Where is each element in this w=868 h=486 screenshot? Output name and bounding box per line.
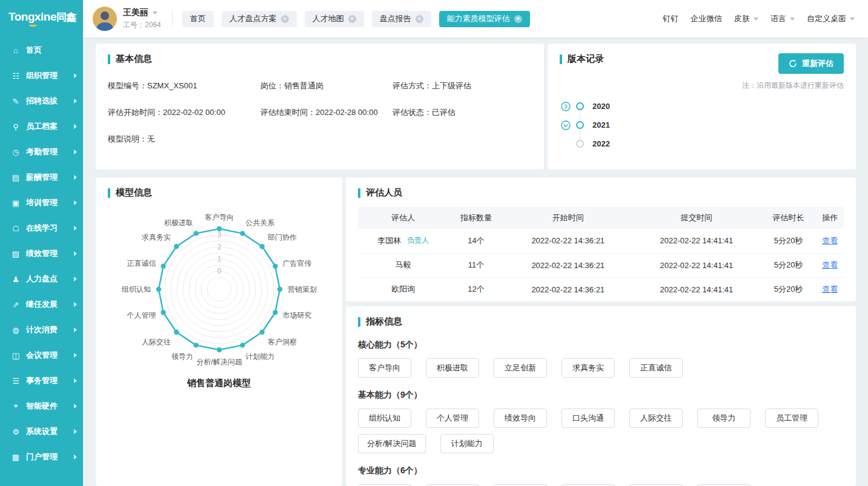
sidebar-item-继任发展[interactable]: ⇗继任发展 — [0, 292, 83, 317]
tab-label: 能力素质模型评估 — [447, 13, 510, 24]
chevron-right-icon — [74, 124, 77, 129]
collapse-icon[interactable] — [561, 120, 571, 130]
indicator-group: 核心能力（5个）客户导向积极进取立足创新求真务实正直诚信 — [358, 340, 844, 378]
sidebar-item-考勤管理[interactable]: ◷考勤管理 — [0, 139, 83, 165]
svg-text:计划能力: 计划能力 — [245, 352, 274, 361]
chevron-right-icon — [74, 175, 77, 180]
chevron-right-icon — [74, 200, 77, 205]
view-link[interactable]: 查看 — [822, 284, 838, 294]
sidebar-item-在线学习[interactable]: ☖在线学习 — [0, 215, 83, 241]
timeline-year[interactable]: 2022 — [592, 139, 610, 148]
svg-text:人际交往: 人际交往 — [142, 338, 171, 346]
timeline-year[interactable]: 2020 — [592, 102, 610, 111]
close-icon[interactable]: ✕ — [514, 15, 522, 23]
sidebar-item-会议管理[interactable]: ◫会议管理 — [0, 343, 83, 368]
column-header-操作: 操作 — [816, 207, 844, 229]
sidebar-item-label: 组织管理 — [26, 70, 74, 81]
sidebar-item-label: 人力盘点 — [26, 274, 74, 284]
topbar-link-皮肤[interactable]: 皮肤 — [734, 13, 758, 24]
field-label: 评估结束时间： — [260, 108, 316, 117]
sidebar-item-人力盘点[interactable]: ♟人力盘点 — [0, 266, 83, 292]
sidebar-item-组织管理[interactable]: ☷组织管理 — [0, 63, 83, 88]
expand-icon[interactable] — [561, 102, 571, 111]
sidebar-item-计次消费[interactable]: ◍计次消费 — [0, 317, 83, 343]
indicator-groups: 核心能力（5个）客户导向积极进取立足创新求真务实正直诚信基本能力（9个）组织认知… — [358, 340, 844, 486]
svg-text:3: 3 — [217, 231, 222, 239]
affairs-icon: ☰ — [11, 376, 21, 386]
tab-label: 盘点报告 — [380, 13, 411, 24]
evaluators-table: 评估人指标数量开始时间提交时间评估时长操作 李国林负责人14个2022-02-2… — [358, 207, 844, 301]
sidebar: Tongxine同鑫 ⌂首页☷组织管理✎招聘选拔⚲员工档案◷考勤管理▤薪酬管理▣… — [0, 0, 83, 486]
tab-人才盘点方案[interactable]: 人才盘点方案✕ — [222, 11, 297, 27]
sidebar-item-label: 绩效管理 — [26, 248, 74, 259]
re-evaluate-button[interactable]: 重新评估 — [778, 53, 844, 74]
sidebar-item-智能硬件[interactable]: ⌖智能硬件 — [0, 393, 83, 419]
topbar-link-label: 钉钉 — [663, 13, 678, 24]
topbar-link-label: 语言 — [770, 13, 786, 24]
svg-text:个人管理: 个人管理 — [127, 311, 156, 320]
tab-首页[interactable]: 首页 — [182, 11, 214, 27]
sidebar-item-事务管理[interactable]: ☰事务管理 — [0, 368, 83, 393]
chevron-right-icon — [74, 302, 77, 307]
tab-label: 人才盘点方案 — [230, 13, 277, 24]
tab-盘点报告[interactable]: 盘点报告✕ — [372, 11, 431, 27]
svg-text:客户导向: 客户导向 — [205, 213, 234, 222]
close-icon[interactable]: ✕ — [416, 15, 423, 23]
sidebar-item-薪酬管理[interactable]: ▤薪酬管理 — [0, 165, 83, 190]
svg-text:部门协作: 部门协作 — [267, 233, 297, 241]
view-link[interactable]: 查看 — [822, 236, 838, 245]
tab-能力素质模型评估[interactable]: 能力素质模型评估✕ — [439, 11, 530, 27]
re-evaluate-note: 注：沿用最新版本进行重新评估 — [742, 80, 844, 91]
svg-text:求真务实: 求真务实 — [141, 233, 171, 241]
sidebar-item-首页[interactable]: ⌂首页 — [0, 38, 83, 63]
tab-人才地图[interactable]: 人才地图✕ — [305, 11, 364, 27]
evaluator-name: 欧阳询 — [391, 284, 415, 295]
column-header-开始时间: 开始时间 — [504, 207, 632, 229]
metering-icon: ◍ — [11, 326, 21, 335]
owner-badge: 负责人 — [407, 235, 429, 246]
topbar-link-钉钉[interactable]: 钉钉 — [663, 13, 678, 24]
sidebar-item-招聘选拔[interactable]: ✎招聘选拔 — [0, 88, 83, 114]
hr-inventory-icon: ♟ — [11, 275, 21, 284]
chevron-right-icon — [74, 327, 77, 332]
app-logo[interactable]: Tongxine同鑫 — [0, 0, 83, 28]
sidebar-item-label: 考勤管理 — [26, 146, 74, 157]
user-menu[interactable]: 王美丽 工号：2064 — [93, 7, 161, 31]
close-icon[interactable]: ✕ — [281, 15, 289, 23]
view-link[interactable]: 查看 — [822, 260, 838, 269]
sidebar-item-门户管理[interactable]: ▦门户管理 — [0, 444, 83, 470]
timeline-year[interactable]: 2021 — [592, 120, 610, 130]
svg-text:积极进取: 积极进取 — [164, 218, 193, 227]
field-岗位: 岗位：销售普通岗 — [260, 80, 393, 91]
field-label: 岗位： — [260, 81, 284, 90]
sidebar-item-员工档案[interactable]: ⚲员工档案 — [0, 114, 83, 139]
topbar-link-自定义桌面[interactable]: 自定义桌面 — [807, 13, 855, 24]
hardware-icon: ⌖ — [11, 401, 21, 411]
evaluator-name: 马毅 — [396, 260, 411, 271]
sidebar-item-系统设置[interactable]: ⚙系统设置 — [0, 419, 83, 444]
timeline-node — [576, 102, 584, 110]
evaluator-name: 李国林 — [377, 235, 401, 246]
field-模型说明: 模型说明：无 — [108, 134, 260, 145]
topbar-link-label: 皮肤 — [734, 13, 750, 24]
user-name: 王美丽 — [123, 7, 148, 18]
sidebar-item-label: 智能硬件 — [26, 401, 74, 412]
title-bar-accent — [108, 54, 110, 64]
duration-cell: 5分20秒 — [761, 229, 816, 253]
field-label: 评估状态： — [393, 108, 432, 117]
indicator-tag-立足创新: 立足创新 — [494, 358, 547, 378]
main-area: 王美丽 工号：2064 首页人才盘点方案✕人才地图✕盘点报告✕能力素质模型评估✕… — [83, 0, 868, 486]
topbar-link-语言[interactable]: 语言 — [770, 13, 795, 24]
field-label: 模型编号： — [108, 81, 147, 90]
sidebar-item-label: 薪酬管理 — [26, 172, 74, 183]
sidebar-item-绩效管理[interactable]: ▨绩效管理 — [0, 241, 83, 266]
avatar[interactable] — [93, 7, 117, 31]
meeting-icon: ◫ — [11, 351, 21, 360]
sidebar-item-培训管理[interactable]: ▣培训管理 — [0, 190, 83, 215]
topbar-link-企业微信[interactable]: 企业微信 — [691, 13, 722, 24]
indicator-count-cell: 12个 — [448, 277, 503, 301]
sidebar-item-label: 系统设置 — [26, 426, 74, 437]
close-icon[interactable]: ✕ — [348, 15, 356, 23]
svg-text:组织认知: 组织认知 — [121, 285, 151, 294]
indicator-group: 基本能力（9个）组织认知个人管理绩效导向口头沟通人际交往领导力员工管理分析/解决… — [358, 390, 844, 453]
